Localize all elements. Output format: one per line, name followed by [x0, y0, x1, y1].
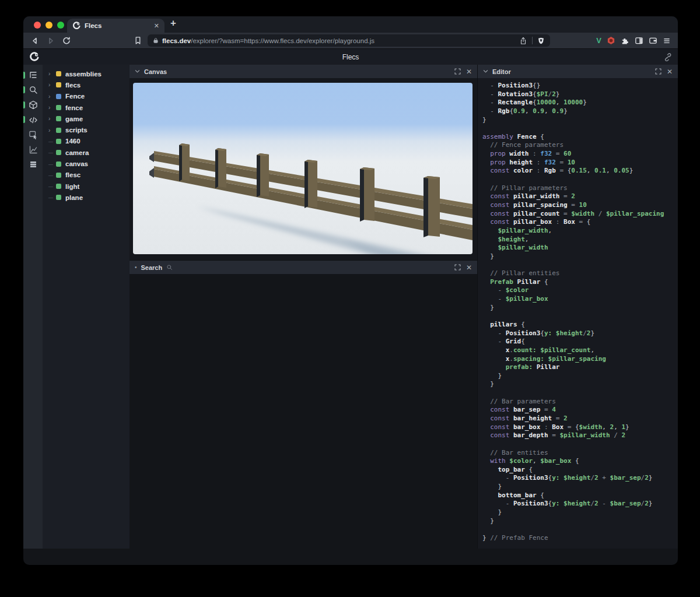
chevron-down-icon[interactable] [483, 69, 488, 73]
rail-rows-button[interactable] [23, 157, 43, 173]
editor-panel: Editor ✕ - Position3{} - Rotation3{$PI/2… [478, 65, 678, 549]
chevron-down-icon[interactable] [135, 69, 140, 73]
tree-item-scripts[interactable]: ›scripts [43, 124, 130, 135]
code-line: pillars { [482, 321, 678, 329]
code-line: } [482, 116, 678, 125]
tree-item-canvas[interactable]: —canvas [43, 158, 130, 169]
code-line: } [482, 380, 678, 389]
editor-panel-header: Editor ✕ [478, 65, 678, 78]
tree-item-label: light [65, 183, 79, 190]
bullet-icon: • [135, 264, 137, 271]
vue-ext-icon[interactable]: V [596, 36, 601, 45]
traffic-lights [34, 22, 64, 29]
panel-title: Editor [492, 68, 511, 75]
close-icon[interactable]: ✕ [466, 68, 472, 75]
browser-tab[interactable]: Flecs ✕ [67, 19, 164, 33]
code-line: bottom_bar { [482, 491, 678, 500]
code-line: // Fence parameters [482, 141, 678, 150]
code-line: prop width : f32 = 60 [482, 150, 678, 159]
tree-item-label: flecs [65, 82, 80, 89]
rail-code-button[interactable] [23, 113, 43, 128]
expand-arrow-icon[interactable]: › [48, 104, 56, 111]
wallet-icon[interactable] [649, 36, 657, 45]
search-panel-body[interactable] [130, 274, 477, 549]
chart-icon [29, 145, 38, 154]
code-line: const color : Rgb = {0.15, 0.1, 0.05} [482, 167, 678, 175]
entity-color-square [56, 94, 61, 99]
rail-chart-button[interactable] [23, 142, 43, 157]
tree-item-camera[interactable]: —camera [43, 147, 130, 158]
rail-cube-button[interactable] [23, 97, 43, 113]
close-window-button[interactable] [34, 22, 41, 29]
tree-item-plane[interactable]: —plane [43, 192, 130, 203]
tree-item-flesc[interactable]: —flesc [43, 170, 130, 181]
code-line: $pillar_width [482, 244, 678, 252]
rows-icon [29, 160, 38, 169]
expand-icon[interactable] [655, 68, 662, 75]
tree-item-assemblies[interactable]: ›assemblies [43, 68, 130, 79]
expand-arrow-icon[interactable]: › [48, 93, 56, 100]
tree-item-label: 1460 [65, 138, 80, 145]
share-icon[interactable] [519, 37, 527, 45]
tree-item-label: camera [65, 149, 89, 156]
code-line: // Bar entities [482, 449, 678, 458]
tree-item-label: assemblies [65, 71, 102, 78]
back-icon[interactable] [30, 36, 40, 45]
code-line: prop height : f32 = 10 [482, 159, 678, 167]
puzzle-icon[interactable] [621, 36, 629, 45]
address-bar[interactable]: flecs.dev/explorer/?wasm=https://www.fle… [148, 34, 550, 47]
tab-close-button[interactable]: ✕ [154, 22, 159, 30]
zoom-window-button[interactable] [57, 22, 64, 29]
code-line: x.count: $pillar_count, [482, 346, 678, 355]
expand-arrow-icon[interactable]: › [48, 71, 56, 77]
new-tab-button[interactable]: + [170, 17, 176, 29]
leaf-dash-icon: — [48, 195, 56, 200]
expand-icon[interactable] [454, 68, 461, 75]
browser-window: Flecs ✕ + flecs.dev/explorer/?wasm=https… [23, 16, 678, 565]
active-indicator [23, 72, 25, 79]
panel-title: Canvas [144, 68, 167, 75]
code-line: const bar_height = 2 [482, 415, 678, 423]
3d-viewport[interactable] [133, 83, 473, 254]
minimize-window-button[interactable] [46, 22, 52, 29]
url-path: /explorer/?wasm=https://www.flecs.dev/ex… [191, 37, 374, 44]
expand-arrow-icon[interactable]: › [48, 82, 56, 88]
code-editor[interactable]: - Position3{} - Rotation3{$PI/2} - Recta… [478, 78, 678, 549]
entity-color-square [56, 195, 61, 200]
code-line: const pillar_spacing = 10 [482, 201, 678, 210]
tree-item-1460[interactable]: —1460 [43, 136, 130, 147]
sidebar-icon[interactable] [635, 36, 643, 45]
rail-search-button[interactable] [23, 83, 43, 98]
rail-inspector-button[interactable] [23, 127, 43, 142]
close-icon[interactable]: ✕ [667, 68, 673, 75]
divider [532, 37, 533, 44]
tree-item-game[interactable]: ›game [43, 113, 130, 124]
code-line [482, 525, 678, 534]
tree-item-light[interactable]: —light [43, 181, 130, 192]
tree-item-Fence[interactable]: ›Fence [43, 91, 130, 102]
code-line: } [482, 304, 678, 312]
tree-item-flecs[interactable]: ›flecs [43, 79, 130, 90]
expand-arrow-icon[interactable]: › [48, 127, 56, 134]
entity-color-square [56, 161, 61, 167]
code-line: - $color [482, 286, 678, 295]
rail-tree-button[interactable] [23, 68, 43, 83]
link-icon[interactable] [663, 52, 672, 61]
main-content: ›assemblies›flecs›Fence›fence›game›scrip… [23, 65, 678, 549]
brave-shield-icon[interactable] [537, 37, 545, 45]
entity-color-square [56, 71, 61, 76]
forward-icon[interactable] [46, 36, 55, 45]
bookmark-icon[interactable] [134, 36, 142, 45]
red-ext-icon[interactable] [607, 36, 615, 45]
code-line: const bar_box : Box = {$width, 2, 1} [482, 423, 678, 432]
expand-arrow-icon[interactable]: › [48, 115, 56, 122]
reload-icon[interactable] [62, 36, 71, 45]
canvas-panel-header: Canvas ✕ [130, 65, 477, 78]
close-icon[interactable]: ✕ [466, 264, 472, 271]
code-line: const pillar_width = 2 [482, 192, 678, 201]
tree-item-label: scripts [65, 127, 88, 134]
expand-icon[interactable] [454, 264, 461, 271]
tab-bar: Flecs ✕ + [23, 16, 678, 33]
tree-item-fence[interactable]: ›fence [43, 102, 130, 113]
menu-icon[interactable] [663, 37, 671, 45]
